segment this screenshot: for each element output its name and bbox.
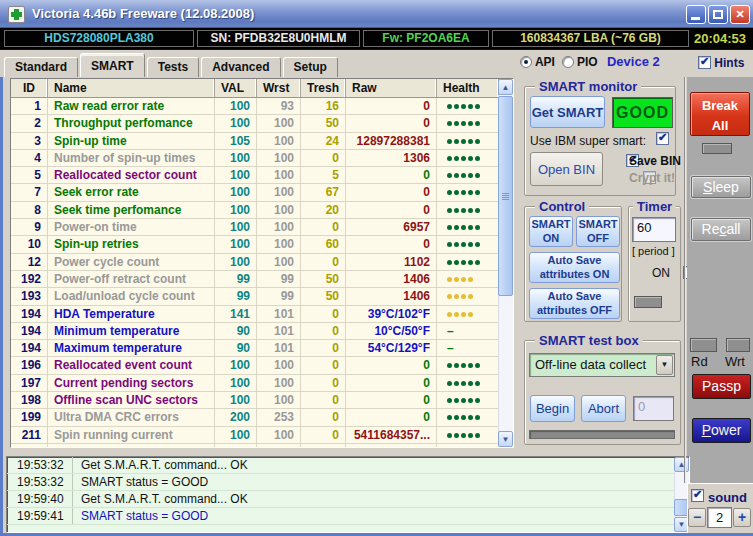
rd-label: Rd (691, 354, 708, 369)
log-entry: 19:53:32SMART status = GOOD (7, 474, 689, 491)
tab-tests[interactable]: Tests (147, 57, 199, 77)
table-row[interactable]: 12Power cycle count10010001102 (11, 254, 499, 271)
sound-panel: sound − 2 + (687, 483, 753, 533)
health-indicator (437, 167, 499, 183)
volume-value: 2 (707, 507, 732, 528)
table-row[interactable]: 199Ultra DMA CRC errors20025300 (11, 409, 499, 426)
column-header-raw[interactable]: Raw (346, 79, 437, 97)
health-indicator: – (437, 323, 499, 339)
log-entry: 19:59:40Get S.M.A.R.T. command... OK (7, 491, 689, 508)
wrt-label: Wrt (725, 354, 745, 369)
timer-on-label: ON (652, 266, 670, 280)
begin-button[interactable]: Begin (530, 395, 575, 422)
minimize-button[interactable] (686, 5, 706, 24)
table-row[interactable]: 197Current pending sectors10010000 (11, 375, 499, 392)
health-indicator (437, 98, 499, 114)
smart-status-badge: GOOD (612, 97, 673, 128)
table-scroll-down[interactable]: ▼ (498, 431, 513, 447)
test-counter-input[interactable]: 0 (633, 396, 674, 421)
tab-strip: StandardSMARTTestsAdvancedSetup API PIO … (0, 49, 753, 77)
table-row[interactable]: 194Maximum temperature90101054°C/129°F– (11, 340, 499, 357)
table-row[interactable]: 3Spin-up time1051002412897288381 (11, 133, 499, 150)
table-row[interactable]: 8Seek time perfomance100100200 (11, 202, 499, 219)
table-row[interactable]: 198Offline scan UNC sectors10010000 (11, 392, 499, 409)
timer-period-input[interactable]: 60 (632, 217, 676, 242)
open-bin-button[interactable]: Open BIN (530, 152, 603, 186)
table-row[interactable]: 194Minimum temperature90101010°C/50°F– (11, 323, 499, 340)
smart-on-button[interactable]: SMART ON (529, 216, 573, 247)
table-row[interactable]: 1Raw read error rate10093160 (11, 98, 499, 115)
get-smart-button[interactable]: Get SMART (530, 96, 605, 128)
timer-title: Timer (633, 199, 676, 214)
tab-standard[interactable]: Standard (4, 57, 78, 77)
break-all-button[interactable]: Break All (690, 92, 750, 136)
test-progress-bar (529, 430, 675, 439)
mode-area: API PIO Device 2 (520, 54, 660, 69)
recall-button[interactable]: Recall (691, 218, 751, 241)
table-row[interactable]: 4Number of spin-up times10010001306 (11, 150, 499, 167)
ibm-super-smart-checkbox[interactable] (656, 132, 669, 145)
panel-divider (684, 77, 686, 483)
auto-save-off-button[interactable]: Auto Save attributes OFF (529, 288, 620, 319)
clock: 20:04:53 (694, 30, 746, 47)
table-scroll-up[interactable]: ▲ (498, 79, 513, 95)
close-button[interactable]: ✕ (730, 5, 750, 24)
column-header-val[interactable]: VAL (215, 79, 257, 97)
api-radio[interactable] (520, 56, 532, 68)
power-button[interactable]: Power (692, 418, 751, 443)
table-row[interactable]: 7Seek error rate100100670 (11, 184, 499, 201)
log-entry: 19:59:41SMART status = GOOD (7, 508, 689, 525)
table-row[interactable]: 212Gsense /PRO-C ERR rate0004812343347 (11, 444, 499, 448)
tab-advanced[interactable]: Advanced (201, 57, 280, 77)
sound-label: sound (708, 490, 747, 505)
tabs: StandardSMARTTestsAdvancedSetup (4, 53, 340, 77)
auto-save-on-button[interactable]: Auto Save attributes ON (529, 252, 620, 283)
health-indicator (437, 409, 499, 425)
drive-model: HDS728080PLA380 (4, 30, 194, 47)
volume-down-button[interactable]: − (688, 508, 706, 527)
dropdown-arrow-icon[interactable]: ▼ (656, 355, 673, 375)
sound-checkbox[interactable] (691, 489, 704, 502)
tab-setup[interactable]: Setup (283, 57, 338, 77)
table-row[interactable]: 211Spin running current10010005411684357… (11, 427, 499, 444)
pio-radio[interactable] (562, 56, 574, 68)
smart-off-button[interactable]: SMART OFF (576, 216, 620, 247)
log-scroll-up[interactable]: ▲ (674, 457, 689, 472)
column-header-name[interactable]: Name (48, 79, 215, 97)
api-label: API (535, 55, 555, 69)
maximize-button[interactable] (708, 5, 728, 24)
health-indicator (437, 357, 499, 373)
table-row[interactable]: 192Power-off retract count9999501406 (11, 271, 499, 288)
passp-button[interactable]: Passp (692, 374, 751, 399)
health-indicator: – (437, 340, 499, 356)
table-row[interactable]: 9Power-on time10010006957 (11, 219, 499, 236)
ibm-super-smart-label: Use IBM super smart: (530, 134, 646, 148)
table-row[interactable]: 194HDA Temperature141101039°C/102°F (11, 306, 499, 323)
app-icon (8, 6, 25, 23)
test-select-dropdown[interactable]: Off-line data collect ▼ (529, 353, 675, 377)
drive-serial: SN: PFDB32E8U0HMLM (197, 30, 360, 47)
save-bin-label: Save BIN (629, 154, 681, 168)
health-indicator (437, 392, 499, 408)
read-led (690, 338, 717, 352)
tab-smart[interactable]: SMART (80, 53, 145, 77)
column-header-tresh[interactable]: Tresh (301, 79, 346, 97)
column-header-health[interactable]: Health (437, 79, 499, 97)
table-row[interactable]: 196Reallocated event count10010000 (11, 357, 499, 374)
column-header-id[interactable]: ID (11, 79, 48, 97)
table-row[interactable]: 5Reallocated sector count10010050 (11, 167, 499, 184)
hints-checkbox[interactable] (698, 56, 711, 69)
abort-button[interactable]: Abort (581, 395, 626, 422)
drive-capacity: 160834367 LBA (~76 GB) (492, 30, 689, 47)
table-row[interactable]: 193Load/unload cycle count9999501406 (11, 288, 499, 305)
sleep-button[interactable]: Sleep (691, 176, 751, 198)
column-header-wrst[interactable]: Wrst (257, 79, 301, 97)
table-scroll-thumb[interactable] (498, 96, 513, 296)
drive-info-bar: HDS728080PLA380 SN: PFDB32E8U0HMLM Fw: P… (0, 28, 753, 49)
health-indicator (437, 184, 499, 200)
table-row[interactable]: 10Spin-up retries100100600 (11, 236, 499, 253)
volume-up-button[interactable]: + (733, 508, 751, 527)
table-row[interactable]: 2Throughput perfomance100100500 (11, 115, 499, 132)
timer-period-caption: [ period ] (632, 245, 675, 257)
health-indicator (437, 236, 499, 252)
